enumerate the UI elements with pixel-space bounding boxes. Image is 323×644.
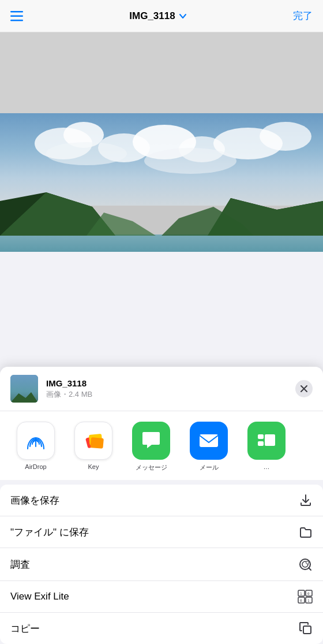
file-name: IMG_3118 [46,378,287,388]
key-label: Key [88,463,99,470]
photo-area [0,32,323,252]
action-investigate[interactable]: 調査 [0,548,323,581]
water [0,234,323,252]
svg-text:1: 1 [307,598,310,602]
app-item-mail[interactable]: メール [180,422,238,472]
list-icon[interactable] [10,11,23,21]
svg-rect-0 [10,11,23,13]
close-button[interactable] [295,380,313,397]
nav-title[interactable]: IMG_3118 [129,10,186,22]
photo-landscape [0,113,323,252]
nav-title-text: IMG_3118 [129,10,175,22]
messages-icon-container [132,422,170,460]
more-label: … [264,463,270,470]
investigate-icon [298,557,313,572]
action-save-image[interactable]: 画像を保存 [0,485,323,516]
file-description: 画像・2.4 MB [46,389,287,400]
action-copy-label: コピー [10,622,40,635]
svg-text:1: 1 [300,591,302,595]
file-meta: IMG_3118 画像・2.4 MB [46,378,287,400]
svg-rect-1 [10,15,23,17]
airdrop-icon-container [17,422,55,460]
key-icon-container [74,422,112,460]
svg-rect-13 [200,434,218,447]
app-item-more[interactable]: … [238,422,295,472]
file-thumbnail [10,375,38,403]
share-sheet: IMG_3118 画像・2.4 MB A [0,367,323,644]
save-files-icon [299,525,313,539]
app-item-key[interactable]: Key [65,422,122,472]
svg-rect-16 [265,434,275,446]
save-image-icon [299,493,313,507]
copy-icon [299,621,313,635]
svg-rect-12 [90,437,103,449]
svg-rect-28 [303,626,311,634]
photo-gray-top [0,32,323,113]
svg-point-19 [306,561,309,564]
action-investigate-label: 調査 [10,558,30,571]
airdrop-label: AirDrop [25,463,46,470]
file-info-header: IMG_3118 画像・2.4 MB [0,367,323,411]
nav-done-button[interactable]: 完了 [293,9,313,23]
svg-rect-2 [10,20,23,21]
action-list: 画像を保存 "ファイル" に保存 調査 [0,485,323,644]
more-icon-container [247,422,286,460]
app-item-airdrop[interactable]: AirDrop [7,422,65,472]
app-item-messages[interactable]: メッセージ [122,422,180,472]
nav-title-chevron [179,13,187,19]
svg-rect-15 [258,441,264,446]
action-save-files-label: "ファイル" に保存 [10,526,89,539]
mail-icon-container [190,422,228,460]
messages-label: メッセージ [136,463,167,472]
action-view-exif-label: View Exif Lite [10,591,69,602]
action-save-files[interactable]: "ファイル" に保存 [0,516,323,548]
svg-text:0: 0 [307,591,310,595]
action-save-image-label: 画像を保存 [10,494,59,507]
clouds [0,119,323,200]
apps-row: AirDrop Key メッセージ [0,411,323,485]
view-exif-icon: 1 0 0 1 [298,590,313,604]
svg-rect-14 [258,434,264,439]
nav-bar: IMG_3118 完了 [0,0,323,32]
action-view-exif[interactable]: View Exif Lite 1 0 0 1 [0,581,323,613]
mountain-layer [0,189,323,236]
svg-text:0: 0 [300,598,302,602]
action-copy[interactable]: コピー [0,613,323,644]
mail-label: メール [200,463,219,472]
